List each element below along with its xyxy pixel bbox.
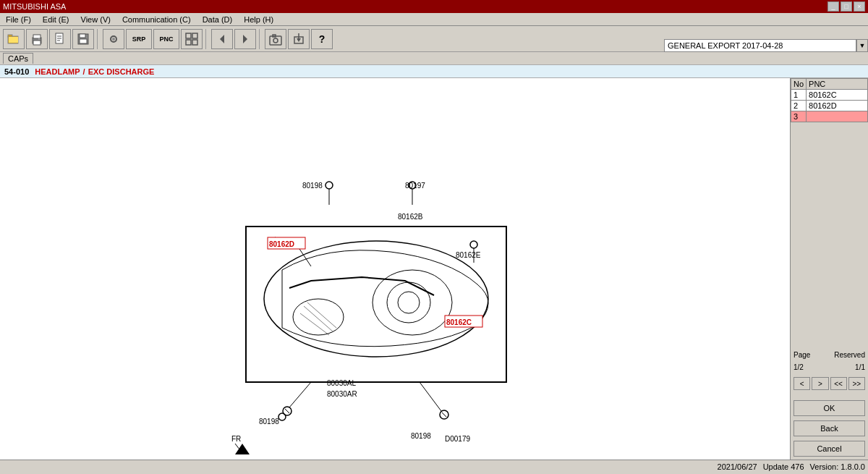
svg-line-60	[420, 382, 441, 411]
nav-next-button[interactable]	[234, 29, 256, 49]
page-values: 1/2 1/1	[793, 363, 865, 371]
camera-button[interactable]	[265, 29, 286, 49]
path-sub: EXC DISCHARGE	[88, 67, 155, 76]
help-button[interactable]: ?	[311, 29, 333, 49]
svg-rect-17	[192, 33, 197, 38]
svg-point-6	[38, 38, 40, 40]
svg-point-15	[112, 38, 115, 41]
page-label: Page	[793, 351, 810, 359]
app-title: MITSUBISHI ASA	[3, 2, 66, 11]
nav-first-button[interactable]: <	[793, 377, 810, 390]
open-button[interactable]	[3, 29, 25, 49]
srp-button[interactable]: SRP	[126, 29, 152, 49]
export-button[interactable]	[288, 29, 310, 49]
svg-line-53	[289, 382, 311, 407]
back-button[interactable]: Back	[793, 420, 865, 436]
caps-tabs: CAPs	[3, 53, 35, 64]
svg-rect-16	[186, 33, 191, 38]
nav-last-button[interactable]: >>	[848, 377, 865, 390]
diagram-area: 80198 80197 80162B	[0, 78, 790, 460]
svg-point-29	[326, 182, 333, 189]
menu-help[interactable]: Help (H)	[241, 14, 276, 25]
document-button[interactable]	[49, 29, 71, 49]
general-export-container: GENERAL EXPORT 2017-04-28 ▼	[664, 39, 868, 52]
svg-rect-1	[8, 35, 12, 37]
svg-line-55	[285, 409, 289, 413]
svg-text:80162B: 80162B	[398, 213, 423, 221]
right-panel: No PNC 1 80162C 2 80162D 3	[790, 78, 868, 460]
menu-file[interactable]: File (F)	[3, 14, 34, 25]
row-no: 2	[791, 101, 807, 111]
row-pnc: 80162D	[807, 101, 868, 111]
svg-rect-19	[192, 40, 197, 45]
svg-marker-20	[220, 35, 224, 43]
svg-text:80162C: 80162C	[446, 318, 472, 326]
row-no: 3	[791, 111, 807, 122]
menubar: File (F) Edit (E) View (V) Communication…	[0, 13, 868, 26]
general-export-dropdown[interactable]: ▼	[856, 39, 868, 52]
status-version: Version: 1.8.0.0	[810, 462, 865, 471]
col-no: No	[791, 79, 807, 90]
svg-marker-27	[297, 38, 301, 42]
pnc-button[interactable]: PNC	[153, 29, 179, 49]
nav-next-page-button[interactable]: <<	[830, 377, 847, 390]
minimize-button[interactable]: _	[827, 1, 839, 12]
svg-line-62	[442, 412, 446, 417]
svg-text:80162E: 80162E	[456, 251, 481, 259]
row-pnc	[807, 111, 868, 122]
svg-text:80030AR: 80030AR	[327, 390, 357, 398]
menu-edit[interactable]: Edit (E)	[40, 14, 72, 25]
table-row[interactable]: 2 80162D	[791, 101, 868, 111]
save-button[interactable]	[72, 29, 94, 49]
nav-prev-page-button[interactable]: >	[812, 377, 828, 390]
svg-text:FR: FR	[231, 435, 241, 443]
svg-text:80198: 80198	[259, 418, 279, 426]
menu-view[interactable]: View (V)	[78, 14, 114, 25]
svg-rect-12	[80, 34, 85, 38]
menu-data[interactable]: Data (D)	[200, 14, 236, 25]
svg-point-23	[273, 38, 278, 43]
svg-text:80030AL: 80030AL	[327, 379, 356, 387]
menu-communication[interactable]: Communication (C)	[119, 14, 194, 25]
svg-rect-22	[270, 36, 281, 45]
print-button[interactable]	[26, 29, 48, 49]
svg-rect-35	[246, 227, 506, 382]
caps-tab[interactable]: CAPs	[3, 53, 33, 64]
cancel-button[interactable]: Cancel	[793, 441, 865, 457]
nav-row: < > << >>	[793, 377, 865, 390]
status-date: 2021/06/27	[718, 462, 757, 471]
settings-button[interactable]	[103, 29, 124, 49]
grid-button[interactable]	[181, 29, 203, 49]
maximize-button[interactable]: □	[841, 1, 852, 12]
page-section: Page Reserved	[793, 351, 865, 359]
table-row[interactable]: 1 80162C	[791, 90, 868, 101]
path-text: HEADLAMP	[35, 67, 80, 76]
svg-rect-18	[186, 40, 191, 45]
path-number: 54-010	[4, 67, 29, 76]
page-value: 1/2	[793, 363, 804, 371]
window-controls: _ □ ×	[827, 1, 865, 12]
svg-marker-66	[235, 444, 250, 454]
svg-text:80198: 80198	[411, 432, 431, 440]
svg-rect-2	[9, 37, 18, 43]
svg-point-59	[278, 413, 286, 420]
nav-prev-button[interactable]	[211, 29, 233, 49]
row-pnc: 80162C	[807, 90, 868, 101]
reserved-value: 1/1	[855, 363, 865, 371]
separator-2	[205, 29, 208, 49]
svg-rect-4	[33, 35, 41, 38]
separator-1	[97, 29, 100, 49]
svg-rect-5	[33, 41, 41, 45]
table-row[interactable]: 3	[791, 111, 868, 122]
status-update: Update 476	[763, 462, 804, 471]
reserved-label: Reserved	[834, 351, 865, 359]
svg-marker-21	[243, 35, 247, 43]
ok-button[interactable]: OK	[793, 400, 865, 416]
close-button[interactable]: ×	[854, 1, 865, 12]
caps-bar: CAPs GENERAL EXPORT 2017-04-28 ▼	[0, 52, 868, 65]
path-slash: /	[83, 67, 85, 76]
titlebar: MITSUBISHI ASA _ □ ×	[0, 0, 868, 13]
statusbar: 2021/06/27 Update 476 Version: 1.8.0.0	[0, 460, 868, 473]
row-no: 1	[791, 90, 807, 101]
svg-text:80198: 80198	[302, 182, 323, 190]
